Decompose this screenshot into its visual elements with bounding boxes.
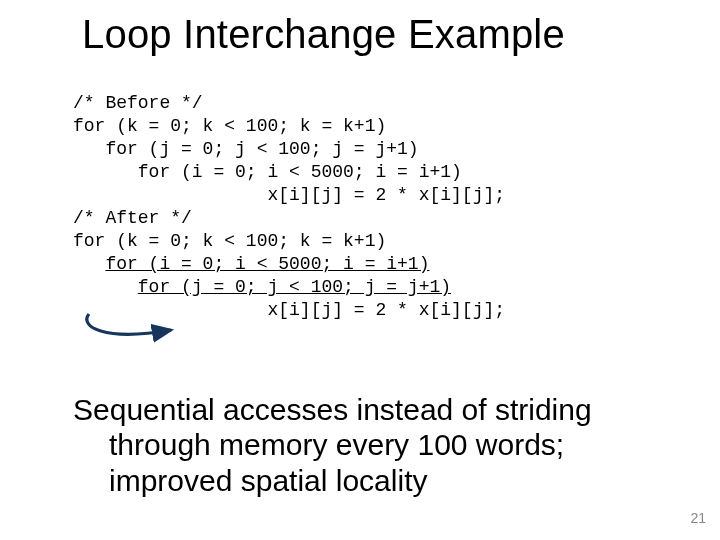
explanation-text: Sequential accesses instead of striding … bbox=[73, 392, 660, 498]
code-line: /* Before */ bbox=[73, 93, 203, 113]
slide-title: Loop Interchange Example bbox=[82, 12, 565, 57]
page-number: 21 bbox=[690, 510, 706, 526]
code-line-underlined: for (j = 0; j < 100; j = j+1) bbox=[138, 277, 451, 297]
code-line: for (j = 0; j < 100; j = j+1) bbox=[73, 139, 419, 159]
code-line-underlined: for (i = 0; i < 5000; i = i+1) bbox=[105, 254, 429, 274]
code-line: x[i][j] = 2 * x[i][j]; bbox=[73, 300, 505, 320]
code-line bbox=[73, 277, 138, 297]
slide: Loop Interchange Example /* Before */ fo… bbox=[0, 0, 720, 540]
explain-line: improved spatial locality bbox=[73, 463, 660, 498]
code-line: x[i][j] = 2 * x[i][j]; bbox=[73, 185, 505, 205]
code-line: for (i = 0; i < 5000; i = i+1) bbox=[73, 162, 462, 182]
explain-line: through memory every 100 words; bbox=[73, 427, 660, 462]
explain-line: Sequential accesses instead of striding bbox=[73, 393, 592, 426]
code-line: /* After */ bbox=[73, 208, 192, 228]
code-block: /* Before */ for (k = 0; k < 100; k = k+… bbox=[73, 92, 505, 322]
code-line: for (k = 0; k < 100; k = k+1) bbox=[73, 116, 386, 136]
code-line: for (k = 0; k < 100; k = k+1) bbox=[73, 231, 386, 251]
code-line bbox=[73, 254, 105, 274]
